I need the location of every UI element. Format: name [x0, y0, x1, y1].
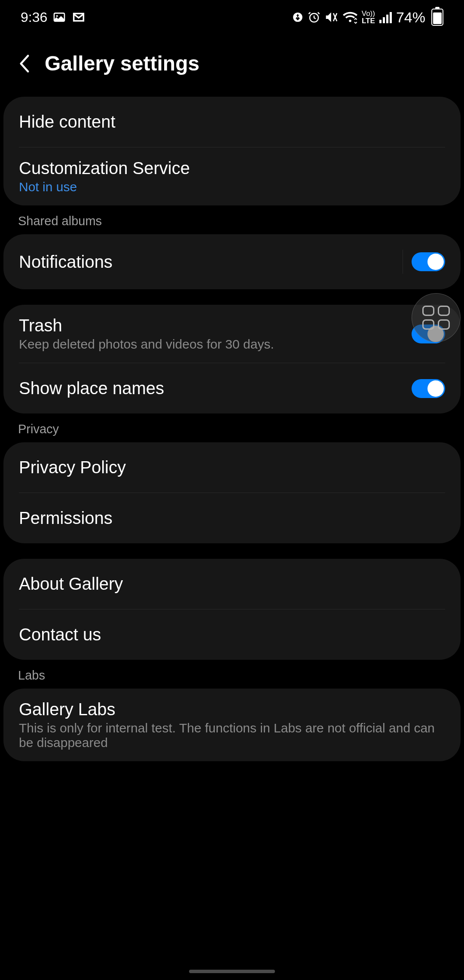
grid-box-icon [438, 306, 450, 316]
setting-notifications[interactable]: Notifications [3, 234, 461, 289]
setting-title: Gallery Labs [19, 700, 445, 719]
floating-assistant-button[interactable] [412, 293, 461, 342]
navigation-handle[interactable] [189, 970, 275, 973]
setting-title: Permissions [19, 508, 445, 528]
setting-about-gallery[interactable]: About Gallery [3, 559, 461, 609]
header: Gallery settings [0, 34, 464, 97]
section-header-shared-albums: Shared albums [0, 205, 464, 234]
card-privacy: Privacy Policy Permissions [3, 442, 461, 543]
setting-title: Contact us [19, 625, 445, 644]
setting-title: Notifications [19, 252, 403, 272]
setting-gallery-labs[interactable]: Gallery Labs This is only for internal t… [3, 689, 461, 761]
section-header-labs: Labs [0, 660, 464, 689]
grid-box-icon [422, 319, 434, 330]
show-place-names-toggle[interactable] [412, 379, 445, 398]
setting-subtitle: Keep deleted photos and videos for 30 da… [19, 337, 412, 352]
signal-icon [379, 11, 392, 23]
setting-title: Show place names [19, 379, 412, 398]
toggle-divider [403, 250, 403, 274]
status-time: 9:36 [21, 9, 47, 25]
setting-title: Hide content [19, 112, 445, 132]
setting-title: Customization Service [19, 159, 445, 178]
setting-status: Not in use [19, 180, 445, 194]
alarm-icon [308, 11, 321, 24]
picture-icon [52, 10, 66, 24]
sync-icon [292, 12, 303, 23]
setting-customization-service[interactable]: Customization Service Not in use [3, 147, 461, 205]
setting-show-place-names[interactable]: Show place names [3, 363, 461, 413]
page-title: Gallery settings [45, 52, 199, 75]
wifi-icon [343, 11, 357, 24]
setting-permissions[interactable]: Permissions [3, 493, 461, 543]
setting-trash[interactable]: Trash Keep deleted photos and videos for… [3, 305, 461, 363]
card-storage: Trash Keep deleted photos and videos for… [3, 305, 461, 413]
grid-box-icon [422, 306, 434, 316]
volte-icon: Vo)) LTE [362, 10, 375, 24]
card-about: About Gallery Contact us [3, 559, 461, 660]
battery-icon [431, 9, 443, 26]
setting-privacy-policy[interactable]: Privacy Policy [3, 442, 461, 493]
setting-title: Trash [19, 316, 412, 335]
setting-title: Privacy Policy [19, 458, 445, 477]
card-general: Hide content Customization Service Not i… [3, 97, 461, 205]
setting-hide-content[interactable]: Hide content [3, 97, 461, 147]
section-header-privacy: Privacy [0, 413, 464, 442]
card-shared-albums: Notifications [3, 234, 461, 289]
setting-title: About Gallery [19, 574, 445, 594]
status-bar: 9:36 Vo)) LTE 74% [0, 0, 464, 34]
battery-percent: 74% [396, 9, 425, 26]
notifications-toggle[interactable] [412, 252, 445, 271]
card-labs: Gallery Labs This is only for internal t… [3, 689, 461, 761]
svg-point-1 [56, 15, 58, 17]
setting-subtitle: This is only for internal test. The func… [19, 721, 445, 750]
chevron-left-icon [18, 54, 30, 73]
mute-vibrate-icon [325, 10, 339, 24]
gmail-icon [71, 10, 86, 24]
setting-contact-us[interactable]: Contact us [3, 609, 461, 660]
grid-box-icon [438, 319, 450, 330]
back-button[interactable] [14, 53, 34, 74]
